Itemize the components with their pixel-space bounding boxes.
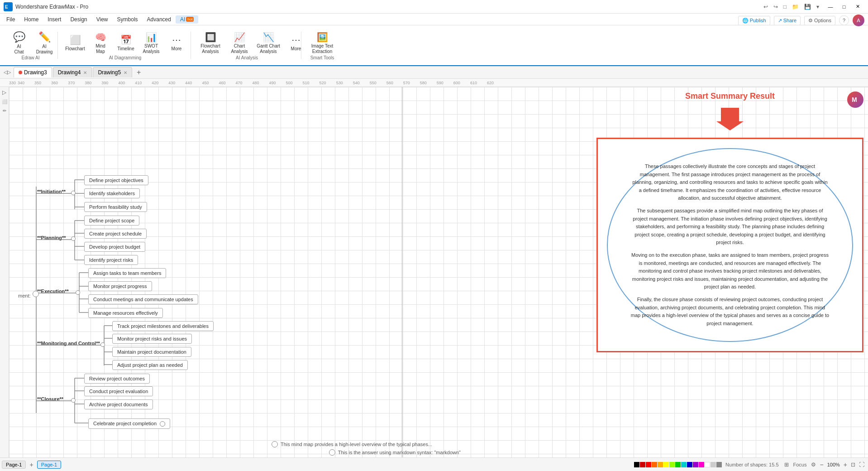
mm-node-develop-budget[interactable]: Develop project budget: [84, 242, 145, 252]
menu-symbols[interactable]: Symbols: [113, 15, 143, 24]
color-purple[interactable]: [693, 462, 698, 467]
flowchart-analysis-btn[interactable]: 🔲 FlowchartAnalysis: [196, 32, 224, 54]
color-light-green[interactable]: [669, 462, 675, 467]
tab-drawing5[interactable]: Drawing5 ✕: [93, 67, 132, 77]
ribbon-group-label-diagramming: AI Diagramming: [63, 55, 187, 60]
redo-btn[interactable]: ↪: [771, 3, 781, 11]
zoom-out-btn[interactable]: −: [818, 460, 825, 469]
more-toolbar-btn[interactable]: ▾: [814, 3, 822, 11]
mm-node-monitor-progress[interactable]: Monitor project progress: [88, 281, 152, 291]
left-sidebar: ▷ ⬜ ✏: [0, 87, 9, 457]
menu-design[interactable]: Design: [66, 15, 91, 24]
mm-node-define-objectives[interactable]: Define project objectives: [84, 175, 148, 185]
color-yellow[interactable]: [663, 462, 669, 467]
mm-node-maintain-docs[interactable]: Maintain project documentation: [112, 347, 191, 357]
ribbon-group-label-edraw-ai: Edraw AI: [7, 55, 54, 60]
tab-close-drawing4[interactable]: ✕: [83, 70, 87, 75]
color-light-gray[interactable]: [711, 462, 716, 467]
mm-node-conduct-meetings[interactable]: Conduct meetings and communicate updates: [88, 294, 198, 304]
user-avatar[interactable]: A: [853, 14, 864, 26]
page-tab-1-active[interactable]: Page-1: [37, 461, 61, 469]
drawing-canvas[interactable]: M: [9, 87, 868, 457]
mm-node-track-milestones[interactable]: Track project milestones and deliverable…: [112, 321, 214, 331]
image-text-extraction-btn[interactable]: 🖼️ Image TextExtraction: [307, 32, 338, 54]
ai-chat-btn[interactable]: 💬 AIChat: [7, 32, 31, 54]
chart-analysis-btn[interactable]: 📈 ChartAnalysis: [226, 32, 253, 54]
tab-drawing3[interactable]: Drawing3: [14, 67, 52, 77]
focus-btn[interactable]: Focus: [791, 461, 810, 468]
color-dark-red[interactable]: [640, 462, 645, 467]
color-orange-red[interactable]: [652, 462, 657, 467]
menu-ai[interactable]: AI hot: [176, 15, 198, 24]
color-black[interactable]: [634, 462, 639, 467]
mm-node-conduct-evaluation[interactable]: Conduct project evaluation: [84, 386, 153, 396]
mm-node-assign-tasks[interactable]: Assign tasks to team members: [88, 268, 166, 278]
sidebar-tool-2[interactable]: ⬜: [1, 98, 8, 105]
mm-node-review-outcomes[interactable]: Review project outcomes: [84, 374, 150, 384]
summary-oval: These passages collectively illustrate t…: [607, 148, 853, 342]
share-btn[interactable]: ↗ Share: [774, 16, 801, 25]
flowchart-btn[interactable]: ⬜ Flowchart: [63, 32, 87, 54]
mm-node-create-schedule[interactable]: Create project schedule: [84, 229, 147, 239]
color-blue[interactable]: [687, 462, 692, 467]
mm-node-celebrate[interactable]: Celebrate project completion: [88, 418, 170, 429]
menu-advanced[interactable]: Advanced: [143, 15, 176, 24]
page-tab-1-inactive[interactable]: Page-1: [2, 461, 26, 469]
options-btn[interactable]: ⚙ Options: [804, 16, 835, 25]
app-name: Wondershare EdrawMax - Pro: [15, 4, 761, 10]
color-orange[interactable]: [658, 462, 663, 467]
add-page-btn[interactable]: +: [27, 460, 36, 469]
undo-btn[interactable]: ↩: [761, 3, 771, 11]
tab-drawing4[interactable]: Drawing4 ✕: [53, 67, 92, 77]
mm-node-adjust-plan[interactable]: Adjust project plan as needed: [112, 360, 188, 370]
fullscreen-btn[interactable]: ⛶: [857, 461, 866, 469]
sidebar-collapse-btn[interactable]: ◁▷: [2, 68, 13, 76]
swot-btn[interactable]: 📊 SWOTAnalysis: [139, 32, 163, 54]
fit-page-btn[interactable]: ⊞: [782, 461, 791, 469]
color-pink[interactable]: [699, 462, 704, 467]
publish-btn[interactable]: 🌐 🌐 Publish Publish: [738, 16, 770, 25]
mm-node-manage-resources[interactable]: Manage resources effectively: [88, 308, 163, 318]
open-btn[interactable]: 📁: [789, 3, 801, 11]
menu-view[interactable]: View: [92, 15, 113, 24]
ruler: 330 340 350 360 370 380 390 400 410 420 …: [0, 79, 868, 87]
close-btn[interactable]: ✕: [851, 2, 864, 11]
fit-width-btn[interactable]: ⊡: [849, 461, 857, 469]
color-gray[interactable]: [716, 462, 722, 467]
menu-home[interactable]: Home: [19, 15, 43, 24]
summary-down-arrow: [596, 106, 863, 134]
minimize-btn[interactable]: —: [824, 2, 837, 11]
menu-insert[interactable]: Insert: [43, 15, 66, 24]
add-tab-btn[interactable]: +: [133, 67, 144, 77]
mm-node-define-scope[interactable]: Define project scope: [84, 216, 139, 226]
color-red[interactable]: [646, 462, 651, 467]
mm-node-identify-stakeholders[interactable]: Identify stakeholders: [84, 188, 140, 198]
main-area: ▷ ⬜ ✏ M: [0, 87, 868, 457]
mm-node-monitor-risks[interactable]: Monitor project risks and issues: [112, 334, 192, 344]
mm-node-identify-risks[interactable]: Identify project risks: [84, 255, 138, 265]
canvas-area[interactable]: M: [9, 87, 868, 457]
more-diagramming-btn[interactable]: ⋯ More: [165, 32, 188, 54]
mind-map-btn[interactable]: 🧠 MindMap: [89, 32, 112, 54]
color-teal[interactable]: [681, 462, 687, 467]
color-white[interactable]: [705, 462, 710, 467]
save-btn[interactable]: 💾: [801, 3, 814, 11]
menu-file[interactable]: File: [2, 15, 19, 24]
new-file-btn[interactable]: □: [781, 3, 789, 11]
maximize-btn[interactable]: □: [837, 2, 851, 11]
tab-close-drawing5[interactable]: ✕: [124, 70, 127, 75]
mm-node-feasibility[interactable]: Perform feasibility study: [84, 202, 147, 212]
gantt-analysis-btn[interactable]: 📉 Gantt ChartAnalysis: [254, 32, 282, 54]
sidebar-tool-1[interactable]: ▷: [1, 89, 8, 96]
zoom-in-btn[interactable]: +: [842, 460, 849, 469]
sidebar-tool-3[interactable]: ✏: [1, 107, 8, 114]
timeline-btn[interactable]: 📅 Timeline: [114, 32, 138, 54]
color-green[interactable]: [675, 462, 681, 467]
help-btn[interactable]: ?: [839, 15, 849, 25]
svg-text:M: M: [852, 96, 857, 103]
share-icon: ↗: [778, 18, 782, 24]
ribbon-group-ai-diagramming: ⬜ Flowchart 🧠 MindMap 📅 Timeline 📊 SWOTA…: [60, 32, 191, 59]
settings-btn[interactable]: ⚙: [809, 461, 818, 469]
mm-node-archive-docs[interactable]: Archive project documents: [84, 399, 153, 409]
ai-drawing-btn[interactable]: ✏️ AIDrawing: [33, 32, 56, 54]
